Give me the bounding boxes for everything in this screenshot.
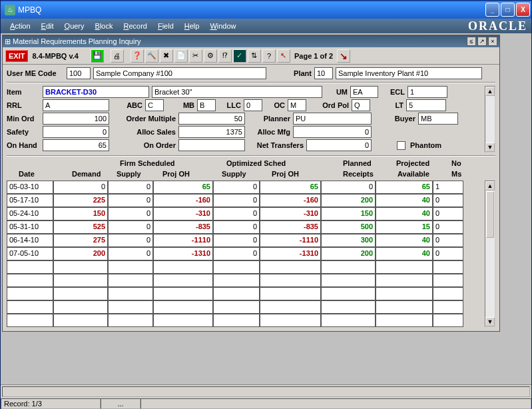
cell-opt-projoh[interactable] [260, 300, 321, 314]
minord-field[interactable] [43, 113, 109, 125]
cell-opt-projoh[interactable] [260, 274, 321, 287]
cell-available[interactable] [376, 314, 433, 327]
exit-button[interactable]: EXIT [5, 50, 28, 62]
tool5-icon[interactable]: ⚙ [204, 49, 217, 63]
menu-field[interactable]: Field [152, 21, 179, 31]
allocmfg-field[interactable] [293, 126, 372, 138]
cell-firm-projoh[interactable] [153, 260, 213, 274]
cell-noms[interactable]: 0 [433, 247, 463, 260]
lt-field[interactable] [406, 99, 446, 111]
menu-block[interactable]: Block [90, 21, 119, 31]
cell-fsupply[interactable]: 0 [108, 234, 153, 247]
cell-demand[interactable] [53, 287, 108, 300]
cell-opt-projoh[interactable] [260, 260, 321, 274]
grid-scroll-up[interactable]: ▲ [485, 181, 495, 191]
cell-osupply[interactable] [213, 300, 260, 314]
cell-opt-projoh[interactable] [260, 287, 321, 300]
oc-field[interactable] [288, 99, 306, 111]
cell-planned[interactable] [321, 274, 376, 287]
llc-field[interactable] [244, 99, 262, 111]
cell-demand[interactable]: 200 [53, 247, 108, 260]
cell-firm-projoh[interactable]: -310 [153, 207, 213, 220]
cell-date[interactable] [7, 260, 53, 274]
grid-scrollbar[interactable]: ▲ ▼ [485, 181, 495, 327]
cell-noms[interactable]: 0 [433, 194, 463, 207]
item-desc-field[interactable] [152, 86, 322, 98]
cell-noms[interactable] [433, 314, 463, 327]
cell-opt-projoh[interactable]: 65 [260, 181, 321, 194]
company-field[interactable] [93, 67, 266, 79]
cell-noms[interactable] [433, 287, 463, 300]
cell-fsupply[interactable]: 0 [108, 220, 153, 234]
cell-demand[interactable] [53, 314, 108, 327]
cell-firm-projoh[interactable]: -160 [153, 194, 213, 207]
cell-opt-projoh[interactable]: -160 [260, 194, 321, 207]
menu-query[interactable]: Query [59, 21, 90, 31]
menu-help[interactable]: Help [179, 21, 205, 31]
cell-opt-projoh[interactable]: -1110 [260, 234, 321, 247]
phantom-checkbox[interactable] [397, 141, 405, 150]
cell-planned[interactable] [321, 300, 376, 314]
cell-osupply[interactable]: 0 [213, 247, 260, 260]
cell-opt-projoh[interactable]: -310 [260, 207, 321, 220]
tool9-icon[interactable]: ? [262, 49, 276, 63]
cell-available[interactable]: 65 [376, 181, 433, 194]
cell-date[interactable]: 05-31-10 [7, 220, 53, 234]
cell-planned[interactable]: 150 [321, 207, 376, 220]
cell-planned[interactable]: 200 [321, 194, 376, 207]
cell-demand[interactable] [53, 300, 108, 314]
cell-planned[interactable]: 300 [321, 234, 376, 247]
cell-date[interactable]: 05-17-10 [7, 194, 53, 207]
scroll-up-button[interactable]: ▲ [485, 87, 495, 96]
cell-available[interactable] [376, 274, 433, 287]
maximize-button[interactable]: □ [501, 3, 515, 17]
cell-planned[interactable]: 500 [321, 220, 376, 234]
rrl-field[interactable] [43, 99, 109, 111]
onhand-field[interactable] [43, 139, 109, 151]
cell-demand[interactable]: 0 [53, 181, 108, 194]
cell-noms[interactable]: 0 [433, 234, 463, 247]
cell-osupply[interactable] [213, 314, 260, 327]
cell-fsupply[interactable]: 0 [108, 247, 153, 260]
cell-available[interactable]: 40 [376, 194, 433, 207]
cell-noms[interactable]: 0 [433, 220, 463, 234]
cell-fsupply[interactable] [108, 274, 153, 287]
minimize-button[interactable]: _ [485, 3, 499, 17]
cell-demand[interactable]: 150 [53, 207, 108, 220]
cell-osupply[interactable] [213, 287, 260, 300]
tool4-icon[interactable]: ✂ [189, 49, 202, 63]
cell-fsupply[interactable]: 0 [108, 207, 153, 220]
help-icon[interactable]: ❓ [131, 49, 144, 63]
nettrans-field[interactable] [306, 139, 372, 151]
cell-fsupply[interactable] [108, 300, 153, 314]
cell-osupply[interactable] [213, 274, 260, 287]
print-icon[interactable]: 🖨 [111, 49, 124, 63]
cell-date[interactable] [7, 274, 53, 287]
cell-opt-projoh[interactable] [260, 314, 321, 327]
cell-demand[interactable]: 275 [53, 234, 108, 247]
inner-min-button[interactable]: ≤ [467, 37, 476, 46]
cell-osupply[interactable] [213, 260, 260, 274]
user-me-code-field[interactable] [67, 67, 91, 79]
inner-close-button[interactable]: × [488, 37, 497, 46]
onorder-field[interactable] [178, 139, 245, 151]
menu-record[interactable]: Record [118, 21, 152, 31]
save-icon[interactable]: 💾 [91, 49, 104, 63]
cell-noms[interactable] [433, 300, 463, 314]
ordmult-field[interactable] [178, 113, 245, 125]
cell-noms[interactable] [433, 260, 463, 274]
cell-noms[interactable]: 0 [433, 207, 463, 220]
cell-date[interactable]: 05-03-10 [7, 181, 53, 194]
cell-date[interactable]: 06-14-10 [7, 234, 53, 247]
cell-fsupply[interactable]: 0 [108, 181, 153, 194]
cell-firm-projoh[interactable] [153, 300, 213, 314]
cell-available[interactable] [376, 260, 433, 274]
cell-date[interactable]: 05-24-10 [7, 207, 53, 220]
cell-osupply[interactable]: 0 [213, 220, 260, 234]
plant-name-field[interactable] [336, 67, 482, 79]
allocsales-field[interactable] [178, 126, 245, 138]
cell-available[interactable]: 40 [376, 247, 433, 260]
cell-firm-projoh[interactable]: 65 [153, 181, 213, 194]
cell-firm-projoh[interactable]: -1110 [153, 234, 213, 247]
scroll-down-button[interactable]: ▼ [485, 143, 495, 152]
